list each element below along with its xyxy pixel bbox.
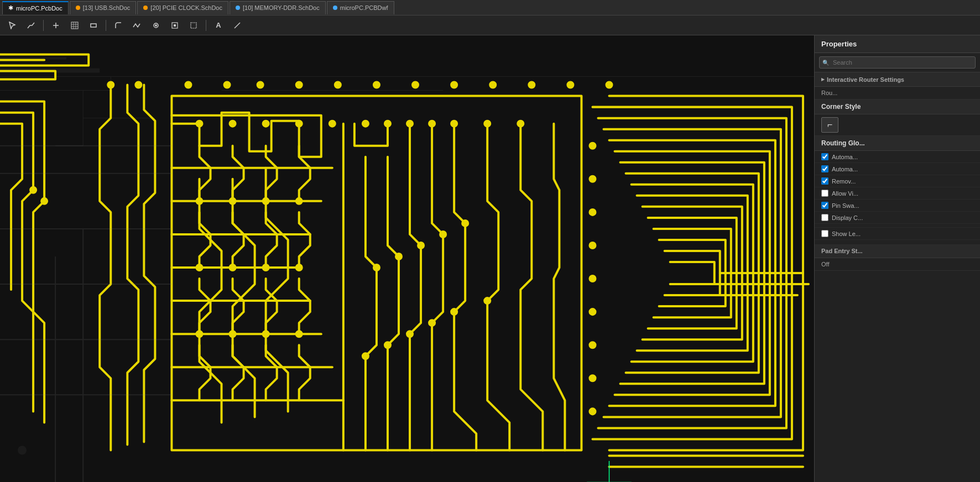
svg-point-37 — [196, 121, 202, 127]
checkbox-automate2[interactable] — [821, 165, 828, 172]
svg-point-28 — [296, 82, 302, 88]
checkbox-automate2-label: Automa... — [832, 166, 858, 172]
section-label: Interactive Router Settings — [827, 76, 904, 83]
interactive-section-header[interactable]: ▸ Interactive Router Settings — [815, 72, 980, 87]
svg-point-78 — [590, 342, 595, 348]
tab-modified-dot: ✱ — [8, 4, 13, 12]
svg-point-74 — [590, 209, 595, 215]
svg-point-70 — [451, 309, 457, 315]
checkbox-show-le[interactable] — [821, 230, 828, 237]
checkbox-remove-row: Remov... — [815, 175, 980, 187]
svg-point-26 — [225, 82, 230, 88]
rect-tool-button[interactable] — [86, 18, 101, 33]
pad-tool-button[interactable] — [167, 18, 183, 33]
tab-memory-sch[interactable]: [10] MEMORY-DDR.SchDoc — [230, 1, 326, 14]
checkbox-allow-via-row: Allow Vi... — [815, 187, 980, 200]
tab-dot — [76, 6, 80, 10]
svg-marker-0 — [9, 22, 15, 29]
svg-point-73 — [590, 176, 595, 182]
pcb-svg — [0, 35, 814, 482]
checkbox-pin-swap[interactable] — [821, 202, 828, 209]
svg-point-38 — [230, 121, 236, 127]
checkbox-show-le-label: Show Le... — [832, 230, 861, 237]
svg-point-60 — [518, 121, 523, 127]
tab-usb-sch[interactable]: [13] USB.SchDoc — [70, 1, 137, 14]
routing-mode-row: Rou... — [815, 87, 980, 99]
svg-point-50 — [196, 331, 202, 337]
chart-tool-button[interactable] — [67, 18, 82, 33]
svg-point-10 — [155, 24, 157, 27]
corner-style-value[interactable]: ⌐ — [821, 117, 838, 133]
svg-point-41 — [330, 121, 335, 127]
svg-point-46 — [196, 265, 202, 270]
checkbox-display[interactable] — [821, 214, 828, 221]
svg-point-54 — [363, 121, 368, 127]
route-tool-button[interactable] — [111, 18, 126, 33]
tab-pcbdwf[interactable]: microPC.PCBDwf — [327, 1, 394, 14]
pad-entry-label: Pad Entry St... — [821, 248, 863, 254]
pad-entry-value-row: Off — [815, 258, 980, 271]
svg-point-68 — [407, 331, 413, 337]
svg-point-43 — [230, 198, 236, 204]
select-tool-button[interactable] — [4, 18, 20, 33]
svg-point-27 — [258, 82, 263, 88]
checkbox-automate1[interactable] — [821, 153, 828, 160]
search-icon-wrap — [819, 56, 976, 69]
checkbox-allow-via-label: Allow Vi... — [832, 190, 858, 197]
checkbox-show-le-row: Show Le... — [815, 228, 980, 240]
search-input[interactable] — [819, 56, 976, 69]
svg-point-55 — [385, 121, 390, 127]
corner-section-label: Corner Style — [821, 103, 861, 111]
routing-gloss-section[interactable]: Routing Glo... — [815, 136, 980, 151]
svg-rect-3 — [71, 22, 78, 29]
svg-point-35 — [567, 82, 573, 88]
wire-tool-button[interactable] — [23, 18, 39, 33]
svg-rect-13 — [191, 23, 196, 28]
svg-rect-15 — [0, 35, 814, 482]
svg-point-85 — [108, 82, 113, 88]
checkbox-automate1-label: Automa... — [832, 154, 858, 160]
add-tool-button[interactable] — [48, 18, 64, 33]
text-tool-button[interactable]: A — [211, 18, 226, 33]
checkbox-allow-via[interactable] — [821, 190, 828, 197]
svg-point-29 — [335, 82, 341, 88]
svg-point-65 — [462, 221, 468, 226]
pcb-canvas-area[interactable] — [0, 35, 814, 482]
toolbar: A — [0, 15, 980, 35]
pad-entry-section[interactable]: Pad Entry St... — [815, 244, 980, 258]
svg-point-66 — [363, 353, 368, 359]
checkbox-remove-label: Remov... — [832, 178, 856, 185]
svg-point-47 — [230, 265, 236, 270]
display-sub-value — [815, 224, 980, 228]
line-tool-button[interactable] — [230, 18, 245, 33]
svg-point-44 — [263, 198, 269, 204]
checkbox-remove[interactable] — [821, 177, 828, 185]
properties-title: Properties — [815, 35, 980, 53]
via-tool-button[interactable] — [148, 18, 164, 33]
tab-dot — [236, 6, 240, 10]
diff-tool-button[interactable] — [129, 18, 145, 33]
svg-point-67 — [385, 342, 390, 348]
svg-point-84 — [30, 187, 36, 193]
svg-rect-12 — [174, 24, 176, 27]
svg-point-31 — [413, 82, 418, 88]
svg-point-45 — [296, 198, 302, 204]
tab-pcbdoc[interactable]: ✱ microPC.PcbDoc — [2, 1, 69, 14]
toolbar-separator — [43, 20, 44, 31]
corner-style-section[interactable]: Corner Style — [815, 99, 980, 114]
svg-point-86 — [135, 82, 141, 88]
region-tool-button[interactable] — [186, 18, 201, 33]
checkbox-pin-swap-row: Pin Swa... — [815, 200, 980, 212]
svg-point-48 — [263, 265, 269, 270]
svg-point-63 — [418, 243, 424, 248]
section-collapse-icon: ▸ — [821, 76, 825, 83]
svg-point-25 — [185, 82, 191, 88]
main-area: Properties ▸ Interactive Router Settings… — [0, 35, 980, 482]
corner-style-row: ⌐ — [815, 114, 980, 136]
tab-dot — [143, 6, 148, 10]
tab-label: [10] MEMORY-DDR.SchDoc — [243, 4, 320, 11]
tab-pcie-sch[interactable]: [20] PCIE CLOCK.SchDoc — [137, 1, 228, 14]
svg-point-80 — [590, 408, 595, 414]
svg-point-77 — [590, 309, 595, 315]
checkbox-automate2-row: Automa... — [815, 163, 980, 175]
